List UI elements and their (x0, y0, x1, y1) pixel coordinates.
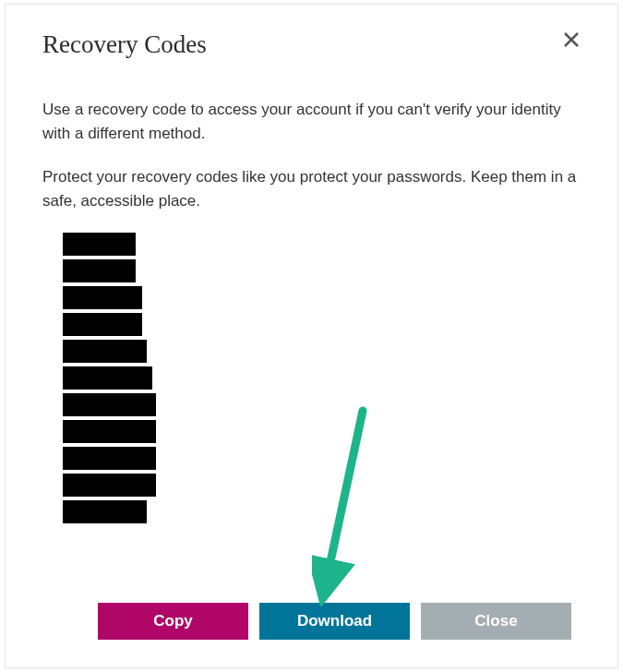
close-button[interactable]: Close (421, 603, 571, 640)
recovery-code-item (63, 500, 147, 523)
recovery-code-item (63, 393, 156, 416)
dialog-header: Recovery Codes (42, 30, 581, 59)
recovery-code-item (63, 447, 156, 470)
recovery-code-item (63, 474, 156, 497)
copy-button[interactable]: Copy (98, 603, 248, 640)
dialog-body: Use a recovery code to access your accou… (42, 98, 581, 523)
recovery-code-item (63, 233, 136, 256)
recovery-codes-dialog: Recovery Codes Use a recovery code to ac… (5, 4, 618, 668)
recovery-code-item (63, 286, 142, 309)
instruction-text-2: Protect your recovery codes like you pro… (42, 165, 581, 212)
recovery-code-item (63, 313, 142, 336)
recovery-code-item (63, 259, 136, 282)
close-icon-button[interactable] (562, 30, 581, 51)
recovery-codes-list (63, 233, 581, 523)
recovery-code-item (63, 340, 147, 363)
instruction-text-1: Use a recovery code to access your accou… (42, 98, 581, 145)
download-button[interactable]: Download (259, 603, 410, 640)
dialog-title: Recovery Codes (42, 30, 207, 59)
dialog-footer: Copy Download Close (42, 603, 581, 640)
recovery-code-item (63, 420, 156, 443)
recovery-code-item (63, 366, 152, 390)
close-icon (562, 30, 581, 49)
